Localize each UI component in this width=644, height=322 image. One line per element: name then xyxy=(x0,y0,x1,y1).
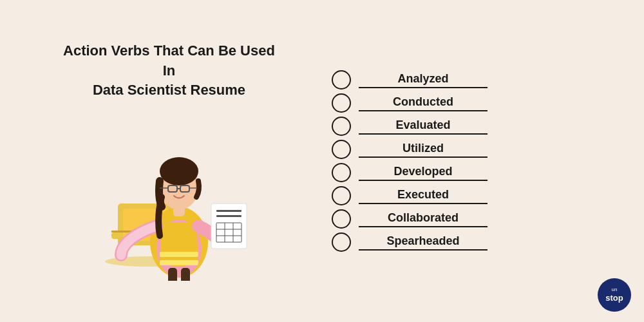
verb-text-wrapper: Utilized xyxy=(359,142,488,158)
main-container: Action Verbs That Can Be Used In Data Sc… xyxy=(0,0,644,322)
svg-rect-11 xyxy=(216,210,242,212)
verb-label: Collaborated xyxy=(359,211,488,225)
verb-text-wrapper: Analyzed xyxy=(359,72,488,88)
verb-item: Evaluated xyxy=(332,117,618,136)
verb-label: Analyzed xyxy=(359,72,488,86)
verb-circle xyxy=(332,232,351,252)
verb-item: Collaborated xyxy=(332,209,618,229)
unstop-badge: un stop xyxy=(598,278,631,312)
verb-circle xyxy=(332,140,351,159)
verb-circle xyxy=(332,209,351,229)
character-illustration xyxy=(86,113,253,281)
logo-un: un xyxy=(612,287,618,293)
verb-label: Developed xyxy=(359,165,488,178)
verb-underline xyxy=(359,203,488,204)
svg-rect-26 xyxy=(168,268,177,281)
right-panel: AnalyzedConductedEvaluatedUtilizedDevelo… xyxy=(312,70,618,252)
verb-circle xyxy=(332,93,351,113)
verb-text-wrapper: Collaborated xyxy=(359,211,488,227)
verb-text-wrapper: Conducted xyxy=(359,95,488,111)
verb-circle xyxy=(332,186,351,205)
verb-underline xyxy=(359,87,488,88)
verb-text-wrapper: Executed xyxy=(359,188,488,204)
verb-circle xyxy=(332,70,351,90)
verb-label: Evaluated xyxy=(359,118,488,132)
verb-label: Conducted xyxy=(359,95,488,109)
verb-item: Spearheaded xyxy=(332,232,618,252)
unstop-logo: un stop xyxy=(598,278,631,312)
verb-item: Executed xyxy=(332,186,618,205)
svg-rect-12 xyxy=(216,215,242,217)
verb-underline xyxy=(359,249,488,251)
left-panel: Action Verbs That Can Be Used In Data Sc… xyxy=(26,13,312,309)
verb-label: Executed xyxy=(359,188,488,202)
verb-circle xyxy=(332,163,351,182)
verb-circle xyxy=(332,117,351,136)
verb-underline xyxy=(359,226,488,227)
verb-text-wrapper: Developed xyxy=(359,165,488,181)
verb-underline xyxy=(359,156,488,158)
svg-point-20 xyxy=(160,157,198,185)
verb-item: Utilized xyxy=(332,140,618,159)
page-title: Action Verbs That Can Be Used In Data Sc… xyxy=(57,41,282,100)
verb-underline xyxy=(359,110,488,111)
svg-rect-27 xyxy=(181,268,190,281)
svg-rect-7 xyxy=(160,252,198,257)
verb-text-wrapper: Spearheaded xyxy=(359,234,488,251)
verb-text-wrapper: Evaluated xyxy=(359,118,488,135)
verb-item: Conducted xyxy=(332,93,618,113)
verb-underline xyxy=(359,180,488,181)
verb-label: Utilized xyxy=(359,142,488,155)
verb-label: Spearheaded xyxy=(359,234,488,248)
logo-stop: stop xyxy=(605,293,623,303)
svg-rect-8 xyxy=(160,260,198,265)
verb-item: Analyzed xyxy=(332,70,618,90)
verb-item: Developed xyxy=(332,163,618,182)
verb-underline xyxy=(359,133,488,135)
